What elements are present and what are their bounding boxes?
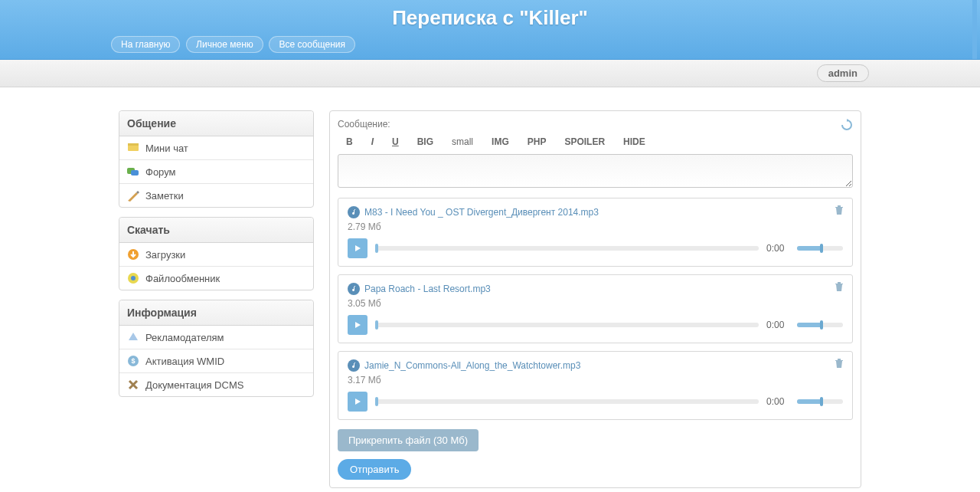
- sidebar-item-label: Файлообменник: [145, 273, 220, 284]
- nav-home[interactable]: На главную: [111, 36, 180, 53]
- fileshare-icon: [127, 272, 139, 284]
- attachment-filename[interactable]: Jamie_N_Commons-All_Along_the_Watchtower…: [364, 360, 580, 371]
- svg-text:$: $: [131, 357, 135, 365]
- nav-links: На главную Личное меню Все сообщения: [0, 36, 980, 53]
- nav-personal-menu[interactable]: Личное меню: [186, 36, 263, 53]
- volume-bar[interactable]: [797, 246, 843, 251]
- tool-italic[interactable]: I: [363, 133, 382, 151]
- nav-all-messages[interactable]: Все сообщения: [269, 36, 355, 53]
- svg-rect-1: [128, 143, 139, 146]
- attachment-filename[interactable]: M83 - I Need You _ OST Divergent_Диверге…: [364, 207, 599, 218]
- compose-panel: Сообщение: B I U BIG small IMG PHP SPOIL…: [329, 110, 861, 488]
- notes-icon: [127, 189, 139, 202]
- docs-icon: [127, 379, 139, 391]
- audio-player: 0:00: [348, 238, 843, 258]
- compose-label: Сообщение:: [338, 119, 853, 130]
- subheader: admin: [0, 60, 980, 87]
- panel-download: Скачать Загрузки Файлообменник: [119, 217, 314, 290]
- main-content: Сообщение: B I U BIG small IMG PHP SPOIL…: [329, 110, 861, 492]
- refresh-icon[interactable]: [841, 119, 853, 131]
- attachment-item: M83 - I Need You _ OST Divergent_Диверге…: [338, 198, 853, 267]
- panel-header: Скачать: [119, 218, 313, 243]
- tool-php[interactable]: PHP: [519, 133, 555, 151]
- wmid-icon: $: [127, 355, 139, 367]
- sidebar-item-label: Рекламодателям: [145, 332, 224, 343]
- panel-communication: Общение Мини чат Форум Заметки: [119, 110, 314, 208]
- sidebar-item-label: Документация DCMS: [145, 379, 243, 391]
- play-button[interactable]: [348, 238, 368, 258]
- sidebar: Общение Мини чат Форум Заметки Скачать З…: [119, 110, 314, 492]
- progress-bar[interactable]: [375, 246, 759, 251]
- header: Переписка с "Killer" На главную Личное м…: [0, 0, 980, 60]
- audio-player: 0:00: [348, 392, 843, 412]
- ads-icon: [127, 331, 139, 343]
- attachment-size: 2.79 Мб: [348, 221, 843, 232]
- forum-icon: [127, 166, 139, 178]
- attachment-size: 3.17 Мб: [348, 375, 843, 385]
- play-button[interactable]: [348, 392, 368, 412]
- sidebar-item-advertisers[interactable]: Рекламодателям: [119, 326, 313, 349]
- tool-underline[interactable]: U: [384, 133, 407, 151]
- tool-bold[interactable]: B: [338, 133, 361, 151]
- music-icon: [348, 359, 360, 372]
- sidebar-item-forum[interactable]: Форум: [119, 160, 313, 184]
- svg-point-6: [131, 276, 136, 280]
- delete-attachment-icon[interactable]: [834, 205, 844, 215]
- sidebar-item-wmid[interactable]: $ Активация WMID: [119, 349, 313, 373]
- attach-file-button[interactable]: Прикрепить файл (30 Мб): [338, 429, 479, 451]
- sidebar-item-label: Заметки: [145, 190, 184, 202]
- volume-bar[interactable]: [797, 323, 843, 327]
- attachment-item: Papa Roach - Last Resort.mp3 3.05 Мб 0:0…: [338, 274, 853, 343]
- user-badge[interactable]: admin: [817, 64, 869, 82]
- delete-attachment-icon[interactable]: [834, 358, 844, 369]
- sidebar-item-fileshare[interactable]: Файлообменник: [119, 267, 313, 290]
- panel-info: Информация Рекламодателям $ Активация WM…: [119, 300, 314, 397]
- chat-icon: [127, 142, 139, 154]
- progress-bar[interactable]: [375, 323, 759, 327]
- delete-attachment-icon[interactable]: [834, 281, 844, 292]
- sidebar-item-label: Форум: [145, 166, 176, 178]
- panel-header: Общение: [119, 111, 313, 136]
- tool-small[interactable]: small: [443, 133, 482, 151]
- message-input[interactable]: [338, 154, 853, 188]
- sidebar-item-label: Активация WMID: [145, 356, 224, 367]
- page-title: Переписка с "Killer": [0, 6, 980, 30]
- sidebar-item-minichat[interactable]: Мини чат: [119, 136, 313, 160]
- tool-spoiler[interactable]: SPOILER: [556, 133, 613, 151]
- sidebar-item-docs[interactable]: Документация DCMS: [119, 373, 313, 396]
- time-display: 0:00: [766, 320, 789, 330]
- sidebar-item-label: Загрузки: [145, 249, 185, 261]
- tool-hide[interactable]: HIDE: [615, 133, 654, 151]
- send-button[interactable]: Отправить: [338, 459, 411, 480]
- audio-player: 0:00: [348, 315, 843, 335]
- tool-img[interactable]: IMG: [483, 133, 518, 151]
- attachment-filename[interactable]: Papa Roach - Last Resort.mp3: [364, 284, 491, 294]
- volume-bar[interactable]: [797, 399, 843, 404]
- time-display: 0:00: [766, 243, 789, 254]
- tool-big[interactable]: BIG: [409, 133, 442, 151]
- music-icon: [348, 283, 360, 295]
- attachment-item: Jamie_N_Commons-All_Along_the_Watchtower…: [338, 351, 853, 420]
- panel-header: Информация: [119, 300, 313, 326]
- format-toolbar: B I U BIG small IMG PHP SPOILER HIDE: [338, 133, 853, 151]
- download-icon: [127, 248, 139, 261]
- progress-bar[interactable]: [375, 399, 759, 404]
- attachment-size: 3.05 Мб: [348, 298, 843, 309]
- sidebar-item-downloads[interactable]: Загрузки: [119, 243, 313, 267]
- sidebar-item-label: Мини чат: [145, 143, 188, 154]
- music-icon: [348, 206, 360, 218]
- time-display: 0:00: [766, 396, 789, 407]
- play-button[interactable]: [348, 315, 368, 335]
- sidebar-item-notes[interactable]: Заметки: [119, 184, 313, 207]
- svg-rect-3: [131, 170, 139, 175]
